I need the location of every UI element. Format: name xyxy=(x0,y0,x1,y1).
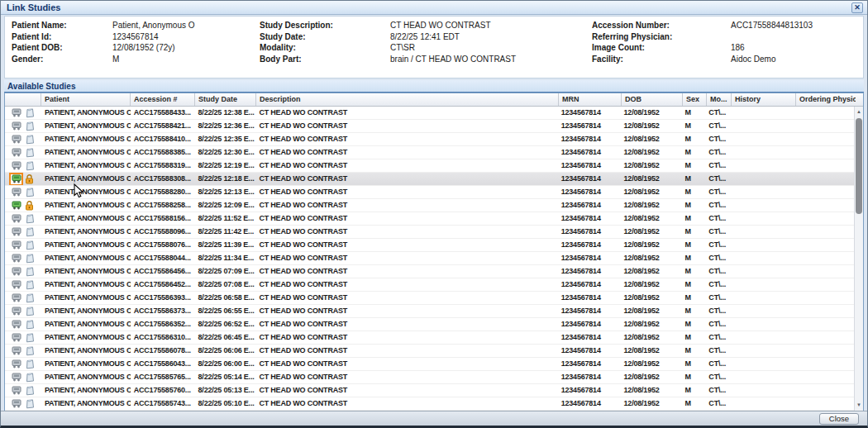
cell-ordering-physician xyxy=(794,345,854,357)
column-header-dob[interactable]: DOB xyxy=(622,93,683,106)
cell-description: CT HEAD WO CONTRAST xyxy=(255,146,557,159)
study-machine-icon xyxy=(12,346,21,355)
available-studies-header: Available Studies xyxy=(4,80,864,93)
cell-history xyxy=(730,159,794,172)
table-row[interactable]: PATIENT, ANONYMOUS O ACC175585765... 8/2… xyxy=(5,371,854,384)
table-row[interactable]: PATIENT, ANONYMOUS O ACC175585743... 8/2… xyxy=(5,397,854,411)
doc-icon-wrap xyxy=(24,188,35,197)
study-machine-icon xyxy=(12,188,21,197)
cell-dob: 12/08/1952 xyxy=(621,239,682,251)
scroll-down-icon[interactable]: ▼ xyxy=(855,401,863,410)
cell-accession: ACC175586310... xyxy=(131,331,195,344)
column-header-study-date[interactable]: Study Date xyxy=(195,93,256,106)
study-machine-icon xyxy=(12,320,21,329)
table-row[interactable]: PATIENT, ANONYMOUS O ACC175588096... 8/2… xyxy=(5,226,854,239)
column-header-accession[interactable]: Accession # xyxy=(131,93,195,106)
table-row[interactable]: PATIENT, ANONYMOUS O ACC175588258... 8/2… xyxy=(5,199,854,212)
cell-modality: CT\... xyxy=(705,358,730,370)
table-row[interactable]: PATIENT, ANONYMOUS O ACC175586043... 8/2… xyxy=(5,358,854,371)
cell-mrn: 1234567814 xyxy=(558,345,621,357)
cell-ordering-physician xyxy=(794,292,854,304)
table-row[interactable]: PATIENT, ANONYMOUS O ACC175588410... 8/2… xyxy=(5,133,854,146)
table-row[interactable]: PATIENT, ANONYMOUS O ACC175586452... 8/2… xyxy=(5,278,854,292)
cell-modality: CT\... xyxy=(705,173,730,185)
cell-dob: 12/08/1952 xyxy=(621,305,682,317)
cell-study-date: 8/22/25 12:30 E... xyxy=(195,146,256,159)
cell-accession: ACC175586393... xyxy=(131,292,195,304)
patient-info-left: Patient Name: Patient, Anonymous O Patie… xyxy=(12,21,195,65)
table-row[interactable]: PATIENT, ANONYMOUS O ACC175588076... 8/2… xyxy=(5,239,854,252)
table-row[interactable]: PATIENT, ANONYMOUS O ACC175586456... 8/2… xyxy=(5,265,854,278)
close-icon[interactable]: ✕ xyxy=(851,2,863,13)
document-icon xyxy=(25,386,35,396)
cell-accession: ACC175588044... xyxy=(131,252,195,264)
cell-dob: 12/08/1952 xyxy=(621,384,682,397)
cell-description: CT HEAD WO CONTRAST xyxy=(255,305,557,317)
cell-ordering-physician xyxy=(794,186,854,198)
column-header-sex[interactable]: Sex xyxy=(683,93,707,106)
doc-icon-wrap xyxy=(24,121,35,131)
cell-dob: 12/08/1952 xyxy=(621,173,682,185)
cell-study-date: 8/22/25 12:19 E... xyxy=(195,159,256,172)
document-icon xyxy=(25,108,35,118)
doc-icon-wrap xyxy=(24,346,35,356)
field-value: CT\SR xyxy=(390,43,415,55)
document-icon xyxy=(25,214,35,224)
column-header-description[interactable]: Description xyxy=(256,93,559,106)
cell-description: CT HEAD WO CONTRAST xyxy=(255,107,557,119)
cell-patient: PATIENT, ANONYMOUS O xyxy=(41,146,131,159)
cell-mrn: 1234567814 xyxy=(558,226,621,238)
close-button[interactable]: Close xyxy=(819,413,859,425)
study-machine-icon xyxy=(12,227,21,236)
column-header-mrn[interactable]: MRN xyxy=(559,93,622,106)
cell-modality: CT\... xyxy=(705,292,730,304)
table-row[interactable]: PATIENT, ANONYMOUS O ACC175586352... 8/2… xyxy=(5,318,854,331)
column-header-ordering-physician[interactable]: Ordering Physic... xyxy=(796,93,856,106)
table-row[interactable]: PATIENT, ANONYMOUS O ACC175588308... 8/2… xyxy=(5,173,854,186)
study-icon-wrap xyxy=(11,148,21,158)
document-icon xyxy=(25,161,35,171)
scrollbar-thumb[interactable] xyxy=(856,118,862,214)
table-row[interactable]: PATIENT, ANONYMOUS O ACC175588156... 8/2… xyxy=(5,212,854,226)
vertical-scrollbar[interactable]: ▲ ▼ xyxy=(854,107,863,411)
field-value: brain / CT HEAD WO CONTRAST xyxy=(390,55,516,66)
cell-description: CT HEAD WO CONTRAST xyxy=(255,173,557,185)
doc-icon-wrap xyxy=(24,135,35,145)
cell-description: CT HEAD WO CONTRAST xyxy=(255,358,557,370)
scroll-up-icon[interactable]: ▲ xyxy=(855,107,863,117)
table-row[interactable]: PATIENT, ANONYMOUS O ACC175588433... 8/2… xyxy=(5,107,854,120)
doc-icon-wrap xyxy=(24,333,35,343)
table-row[interactable]: PATIENT, ANONYMOUS O ACC175586393... 8/2… xyxy=(5,292,854,305)
column-header-icons[interactable] xyxy=(5,93,41,106)
study-machine-icon xyxy=(12,121,21,131)
study-icon-wrap xyxy=(11,201,21,211)
cell-patient: PATIENT, ANONYMOUS O xyxy=(41,133,131,145)
table-row[interactable]: PATIENT, ANONYMOUS O ACC175588385... 8/2… xyxy=(5,146,854,159)
cell-patient: PATIENT, ANONYMOUS O xyxy=(41,159,131,172)
cell-patient: PATIENT, ANONYMOUS O xyxy=(41,239,131,251)
cell-dob: 12/08/1952 xyxy=(621,371,682,383)
table-row[interactable]: PATIENT, ANONYMOUS O ACC175585760... 8/2… xyxy=(5,384,854,397)
table-row[interactable]: PATIENT, ANONYMOUS O ACC175586373... 8/2… xyxy=(5,305,854,318)
field-label: Patient Name: xyxy=(12,21,112,32)
table-row[interactable]: PATIENT, ANONYMOUS O ACC175588319... 8/2… xyxy=(5,159,854,173)
document-icon xyxy=(25,359,35,369)
field-value: Aidoc Demo xyxy=(731,55,775,66)
table-row[interactable]: PATIENT, ANONYMOUS O ACC175586310... 8/2… xyxy=(5,331,854,345)
table-row[interactable]: PATIENT, ANONYMOUS O ACC175588421... 8/2… xyxy=(5,120,854,133)
table-row[interactable]: PATIENT, ANONYMOUS O ACC175588280... 8/2… xyxy=(5,186,854,199)
cell-modality: CT\... xyxy=(705,371,730,383)
cell-study-date: 8/22/25 12:09 E... xyxy=(195,199,256,212)
lock-icon xyxy=(25,201,34,211)
cell-history xyxy=(730,146,794,159)
column-header-history[interactable]: History xyxy=(732,93,796,106)
table-row[interactable]: PATIENT, ANONYMOUS O ACC175588044... 8/2… xyxy=(5,252,854,265)
study-machine-icon xyxy=(12,399,21,408)
cell-ordering-physician xyxy=(794,265,854,278)
row-icons xyxy=(5,120,41,132)
table-row[interactable]: PATIENT, ANONYMOUS O ACC175586078... 8/2… xyxy=(5,345,854,358)
doc-icon-wrap xyxy=(24,359,35,369)
column-header-patient[interactable]: Patient xyxy=(41,93,131,106)
column-header-modality[interactable]: Mo... xyxy=(707,93,732,106)
cell-sex: M xyxy=(681,199,705,212)
